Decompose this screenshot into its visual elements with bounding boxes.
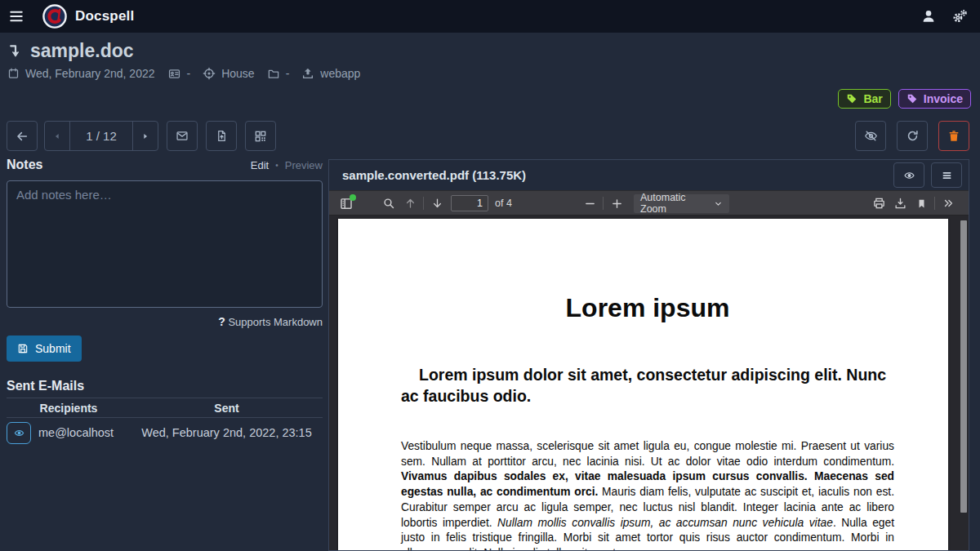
- settings-button[interactable]: [944, 0, 975, 33]
- download-icon: [893, 197, 907, 210]
- pdfjs-toolbar: of 4 Automatic Zoom: [329, 190, 969, 216]
- user-menu-button[interactable]: [913, 0, 944, 33]
- notes-header: Notes Edit • Preview: [7, 158, 323, 172]
- next-attachment-button[interactable]: [132, 122, 158, 150]
- zoom-select[interactable]: Automatic Zoom: [634, 194, 729, 213]
- sidebar-notification-dot: [350, 194, 356, 201]
- column-recipients: Recipients: [7, 402, 131, 415]
- page-number-input[interactable]: [451, 195, 488, 211]
- prev-attachment-button[interactable]: [45, 122, 70, 150]
- submit-notes-button[interactable]: Submit: [7, 335, 82, 362]
- menu-button[interactable]: [0, 0, 33, 33]
- view-email-button[interactable]: [7, 422, 31, 444]
- printer-icon: [872, 197, 886, 210]
- folder-item[interactable]: -: [267, 67, 290, 80]
- notes-edit-tab[interactable]: Edit: [251, 159, 269, 171]
- attachment-menu-button[interactable]: [931, 162, 962, 188]
- bookmark-button[interactable]: [911, 193, 932, 214]
- arrow-down-icon: [431, 197, 443, 210]
- email-row: me@localhost Wed, February 2nd, 2022, 23…: [7, 418, 323, 447]
- qr-code-icon: [254, 130, 267, 143]
- document-date: Wed, February 2nd, 2022: [25, 67, 155, 80]
- viewer-scrollbar[interactable]: [960, 216, 967, 550]
- menu-icon: [8, 9, 24, 24]
- caret-left-icon: [53, 131, 61, 141]
- pdfjs-toolbar-right: [868, 191, 959, 216]
- app-logo[interactable]: Docspell: [42, 4, 134, 29]
- arrow-left-icon: [15, 130, 29, 143]
- pdf-document-heading: Lorem ipsum dolor sit amet, consectetur …: [401, 364, 894, 407]
- download-button[interactable]: [889, 193, 911, 214]
- markdown-hint-text: Supports Markdown: [228, 316, 323, 328]
- redo-icon: [906, 129, 920, 143]
- toolbar-more-button[interactable]: [938, 193, 959, 214]
- sidebar-toggle-button[interactable]: [336, 193, 357, 214]
- toolbar-separator: [603, 197, 604, 210]
- envelope-icon: [175, 130, 189, 142]
- notes-heading: Notes: [7, 158, 42, 172]
- next-page-button[interactable]: [426, 193, 448, 214]
- find-button[interactable]: [378, 193, 399, 214]
- page-count-label: of 4: [495, 198, 512, 209]
- pdf-document-body: Vestibulum neque massa, scelerisque sit …: [401, 439, 894, 550]
- viewer-scrollbar-thumb[interactable]: [960, 220, 967, 513]
- file-upload-icon: [216, 129, 228, 143]
- reprocess-button[interactable]: [897, 121, 928, 151]
- add-files-button[interactable]: [206, 121, 237, 151]
- column-sent: Sent: [131, 402, 323, 415]
- markdown-help-link[interactable]: ?: [218, 315, 225, 328]
- pdf-viewer[interactable]: Lorem ipsum Lorem ipsum dolor sit amet, …: [329, 216, 969, 550]
- notes-preview-tab[interactable]: Preview: [285, 159, 323, 171]
- eye-icon: [13, 428, 25, 438]
- attachment-header: sample.converted.pdf (113.75K): [329, 160, 969, 190]
- correspondent-value: -: [187, 67, 191, 80]
- app-name: Docspell: [75, 8, 134, 24]
- level-down-icon: [7, 42, 24, 60]
- tag-invoice[interactable]: Invoice: [898, 89, 971, 109]
- arrow-up-icon: [404, 197, 416, 210]
- previous-page-button[interactable]: [399, 193, 421, 214]
- delete-button[interactable]: [938, 121, 969, 151]
- notes-textarea[interactable]: [7, 180, 323, 308]
- emails-table-header: Recipients Sent: [7, 398, 323, 418]
- action-toolbar: 1 / 12: [7, 121, 969, 151]
- toolbar-separator: [423, 197, 424, 210]
- plus-icon: [611, 198, 623, 210]
- tags-row: Bar Invoice: [838, 89, 971, 109]
- sent-emails-heading: Sent E-Mails: [7, 379, 323, 393]
- attachment-view-button[interactable]: [893, 162, 924, 188]
- qr-code-button[interactable]: [245, 121, 276, 151]
- bars-icon: [941, 170, 953, 181]
- docspell-logo-icon: [42, 4, 67, 29]
- print-button[interactable]: [868, 193, 889, 214]
- sent-emails-table: Recipients Sent me@localhost Wed, Februa…: [7, 398, 323, 447]
- zoom-selected-option: Automatic Zoom: [640, 192, 714, 215]
- attachment-page-indicator: 1 / 12: [70, 122, 132, 150]
- tag-label: Bar: [863, 92, 882, 105]
- pdfjs-toolbar-zoom: Automatic Zoom: [579, 191, 729, 216]
- source-value: webapp: [320, 67, 360, 80]
- concerning-item[interactable]: House: [203, 67, 254, 80]
- zoom-out-button[interactable]: [579, 193, 600, 214]
- bookmark-icon: [916, 198, 927, 210]
- gears-icon: [951, 8, 969, 24]
- email-recipient: me@localhost: [38, 426, 114, 439]
- left-column: Notes Edit • Preview ? Supports Markdown…: [7, 158, 323, 447]
- document-meta-row: Wed, February 2nd, 2022 - House - webapp: [7, 67, 360, 80]
- trash-icon: [947, 129, 960, 143]
- toggle-visibility-button[interactable]: [855, 121, 886, 151]
- submit-label: Submit: [35, 342, 71, 355]
- correspondent-item[interactable]: -: [167, 67, 191, 80]
- eye-slash-icon: [863, 129, 879, 143]
- caret-right-icon: [141, 131, 149, 141]
- tag-label: Invoice: [924, 92, 963, 105]
- date-item: Wed, February 2nd, 2022: [7, 67, 155, 80]
- calendar-icon: [7, 67, 20, 80]
- attachment-panel: sample.converted.pdf (113.75K): [328, 159, 969, 551]
- tag-bar[interactable]: Bar: [838, 89, 890, 109]
- back-button[interactable]: [7, 121, 38, 151]
- send-mail-button[interactable]: [167, 121, 198, 151]
- document-title: sample.doc: [30, 40, 134, 62]
- upload-icon: [301, 67, 314, 80]
- zoom-in-button[interactable]: [606, 193, 627, 214]
